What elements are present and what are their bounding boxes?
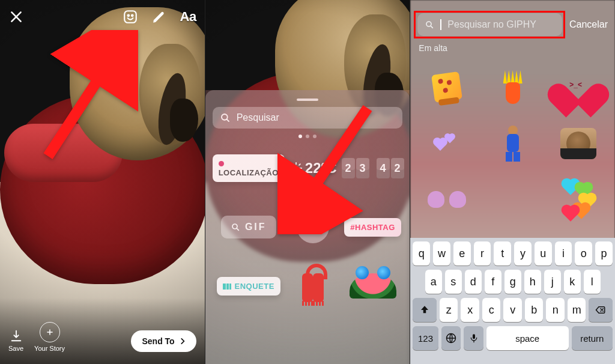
gif-doves[interactable] <box>415 173 479 227</box>
key-m[interactable]: m <box>568 298 586 322</box>
numbers-key[interactable]: 123 <box>413 326 438 350</box>
your-story-label: Your Story <box>34 345 65 352</box>
download-icon <box>10 329 23 342</box>
mic-key[interactable] <box>464 326 483 350</box>
ios-keyboard[interactable]: qwertyuiop asdfghjkl zxcvbnm 123 space r… <box>410 238 615 364</box>
key-u[interactable]: u <box>535 241 552 265</box>
giphy-top-bar: Pesquisar no GIPHY Cancelar <box>410 13 615 36</box>
giphy-placeholder: Pesquisar no GIPHY <box>447 19 536 30</box>
key-n[interactable]: n <box>546 298 564 322</box>
sticker-tray-screen: Pesquisar LOCALIZAÇÃO 22ºC 2342 GIF #HAS… <box>205 0 410 364</box>
svg-line-9 <box>288 108 368 225</box>
plus-circle-icon <box>40 322 60 342</box>
key-t[interactable]: t <box>494 241 511 265</box>
location-sticker[interactable]: LOCALIZAÇÃO <box>213 142 285 195</box>
kbd-row-4: 123 space return <box>413 326 613 350</box>
key-x[interactable]: x <box>461 298 479 322</box>
search-placeholder: Pesquisar <box>237 112 279 123</box>
key-z[interactable]: z <box>440 298 458 322</box>
save-button[interactable]: Save <box>8 329 23 352</box>
gif-rainbow-hearts[interactable] <box>547 173 610 227</box>
svg-rect-0 <box>124 11 136 23</box>
watermelon-sticker[interactable] <box>342 259 404 312</box>
key-k[interactable]: k <box>564 270 581 294</box>
chevron-right-icon <box>178 337 187 345</box>
key-h[interactable]: h <box>524 270 541 294</box>
kbd-row-3: zxcvbnm <box>413 298 613 322</box>
your-story-button[interactable]: Your Story <box>34 322 65 352</box>
key-s[interactable]: s <box>445 270 462 294</box>
sticker-icon[interactable] <box>123 9 138 25</box>
kbd-row-1: qwertyuiop <box>413 241 613 265</box>
globe-icon <box>445 332 457 344</box>
gif-lisa[interactable] <box>481 60 545 114</box>
close-icon[interactable] <box>8 9 24 25</box>
search-icon <box>231 222 240 232</box>
key-f[interactable]: f <box>485 270 501 294</box>
key-j[interactable]: j <box>544 270 561 294</box>
backspace-key[interactable] <box>589 298 613 322</box>
key-e[interactable]: e <box>453 241 471 265</box>
tutorial-arrow-icon <box>277 102 380 234</box>
gif-dancer[interactable] <box>481 117 545 171</box>
return-key[interactable]: return <box>572 326 613 350</box>
cancel-button[interactable]: Cancelar <box>569 19 608 30</box>
key-w[interactable]: w <box>433 241 450 265</box>
svg-rect-12 <box>473 334 475 339</box>
key-p[interactable]: p <box>595 241 613 265</box>
gif-drake[interactable] <box>547 117 610 171</box>
gif-heart-face[interactable]: >_< <box>547 60 610 114</box>
search-icon <box>425 20 434 29</box>
key-r[interactable]: r <box>474 241 491 265</box>
key-o[interactable]: o <box>575 241 592 265</box>
key-a[interactable]: a <box>425 270 442 294</box>
giphy-search-screen: Pesquisar no GIPHY Cancelar Em alta >_< … <box>410 0 615 364</box>
gif-sticker[interactable]: GIF <box>213 201 285 253</box>
shift-icon <box>419 305 430 315</box>
poll-sticker[interactable]: ENQUETE <box>213 259 285 312</box>
draw-icon[interactable] <box>151 9 167 25</box>
search-icon <box>220 112 231 123</box>
giphy-search-input[interactable]: Pesquisar no GIPHY <box>417 13 562 36</box>
key-g[interactable]: g <box>504 270 521 294</box>
svg-point-2 <box>131 15 133 17</box>
save-label: Save <box>8 345 23 352</box>
gif-pizza[interactable] <box>415 60 479 114</box>
key-i[interactable]: i <box>555 241 572 265</box>
scarf-sticker[interactable] <box>289 259 337 312</box>
text-tool[interactable]: Aa <box>180 9 196 25</box>
key-c[interactable]: c <box>482 298 500 322</box>
globe-key[interactable] <box>441 326 461 350</box>
key-y[interactable]: y <box>514 241 532 265</box>
svg-line-3 <box>48 38 125 156</box>
drag-handle[interactable] <box>297 99 318 101</box>
send-to-button[interactable]: Send To <box>131 330 196 352</box>
gif-small-hearts[interactable] <box>415 117 479 171</box>
story-editor-screen: Aa Save Your Story Send To <box>0 0 205 364</box>
key-v[interactable]: v <box>503 298 521 322</box>
key-q[interactable]: q <box>413 241 430 265</box>
scarf-icon <box>294 264 332 308</box>
mic-icon <box>469 332 479 344</box>
key-d[interactable]: d <box>465 270 482 294</box>
editor-bottom-bar: Save Your Story Send To <box>0 298 205 364</box>
key-b[interactable]: b <box>525 298 543 322</box>
svg-point-1 <box>127 15 129 17</box>
key-l[interactable]: l <box>584 270 601 294</box>
shift-key[interactable] <box>413 298 437 322</box>
trending-label: Em alta <box>419 43 447 53</box>
giphy-results: >_< <box>410 58 615 238</box>
backspace-icon <box>594 305 607 315</box>
tutorial-arrow-icon <box>36 30 138 162</box>
send-to-label: Send To <box>142 336 174 346</box>
text-cursor <box>440 19 441 30</box>
space-key[interactable]: space <box>486 326 569 350</box>
kbd-row-2: asdfghjkl <box>413 270 613 294</box>
editor-top-bar: Aa <box>0 0 205 34</box>
watermelon-icon <box>350 273 396 299</box>
